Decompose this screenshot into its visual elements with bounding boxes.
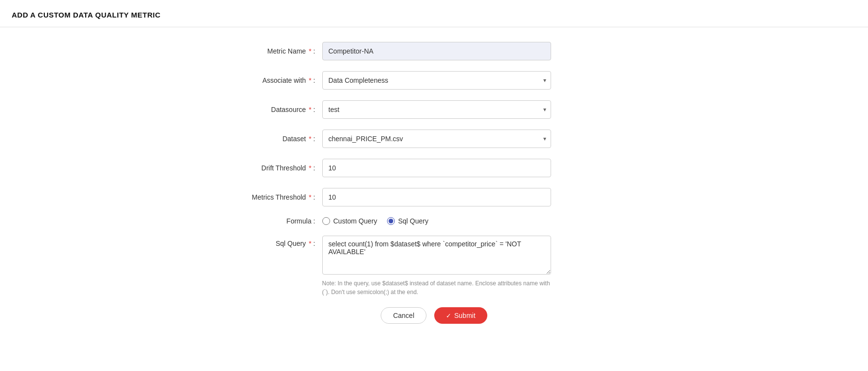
associate-with-label: Associate with * : — [225, 76, 322, 84]
sql-query-radio[interactable] — [387, 217, 395, 225]
sql-query-note: Note: In the query, use $dataset$ instea… — [322, 279, 551, 297]
formula-radio-group: Custom Query Sql Query — [322, 217, 551, 225]
drift-threshold-row: Drift Threshold * : — [225, 159, 644, 177]
button-row: Cancel ✓ Submit — [225, 307, 644, 324]
sql-query-option[interactable]: Sql Query — [387, 217, 428, 225]
metric-name-input[interactable] — [322, 42, 551, 60]
metric-name-label: Metric Name * : — [225, 47, 322, 55]
custom-query-label: Custom Query — [333, 217, 377, 225]
sql-query-label: Sql Query — [398, 217, 428, 225]
metrics-threshold-row: Metrics Threshold * : — [225, 188, 644, 206]
submit-button[interactable]: ✓ Submit — [434, 307, 487, 324]
associate-with-wrapper: Data Completeness Data Accuracy Data Con… — [322, 71, 551, 90]
dataset-label: Dataset * : — [225, 135, 322, 143]
sql-query-row: Sql Query * : select count(1) from $data… — [225, 236, 644, 297]
drift-threshold-label: Drift Threshold * : — [225, 164, 322, 172]
formula-row: Formula : Custom Query Sql Query — [225, 217, 644, 225]
datasource-wrapper: test production staging ▾ — [322, 100, 551, 119]
submit-label: Submit — [454, 312, 476, 319]
cancel-button[interactable]: Cancel — [381, 307, 426, 324]
datasource-row: Datasource * : test production staging ▾ — [225, 100, 644, 119]
required-marker: * — [309, 47, 311, 55]
associate-with-select[interactable]: Data Completeness Data Accuracy Data Con… — [322, 71, 551, 90]
checkmark-icon: ✓ — [446, 312, 451, 319]
sql-query-wrapper: select count(1) from $dataset$ where `co… — [322, 236, 551, 297]
dataset-wrapper: chennai_PRICE_PM.csv ▾ — [322, 130, 551, 148]
sql-query-textarea[interactable]: select count(1) from $dataset$ where `co… — [322, 236, 551, 275]
dataset-select[interactable]: chennai_PRICE_PM.csv — [322, 130, 551, 148]
dataset-row: Dataset * : chennai_PRICE_PM.csv ▾ — [225, 130, 644, 148]
associate-with-row: Associate with * : Data Completeness Dat… — [225, 71, 644, 90]
formula-label: Formula : — [225, 217, 322, 225]
page-title: ADD A CUSTOM DATA QUALITY METRIC — [0, 0, 868, 27]
custom-query-radio[interactable] — [322, 217, 330, 225]
metrics-threshold-input[interactable] — [322, 188, 551, 206]
datasource-select[interactable]: test production staging — [322, 100, 551, 119]
sql-query-label: Sql Query * : — [225, 236, 322, 247]
form-container: Metric Name * : Associate with * : Data … — [215, 42, 653, 324]
metric-name-row: Metric Name * : — [225, 42, 644, 60]
metrics-threshold-label: Metrics Threshold * : — [225, 193, 322, 201]
datasource-label: Datasource * : — [225, 106, 322, 113]
drift-threshold-input[interactable] — [322, 159, 551, 177]
custom-query-option[interactable]: Custom Query — [322, 217, 377, 225]
